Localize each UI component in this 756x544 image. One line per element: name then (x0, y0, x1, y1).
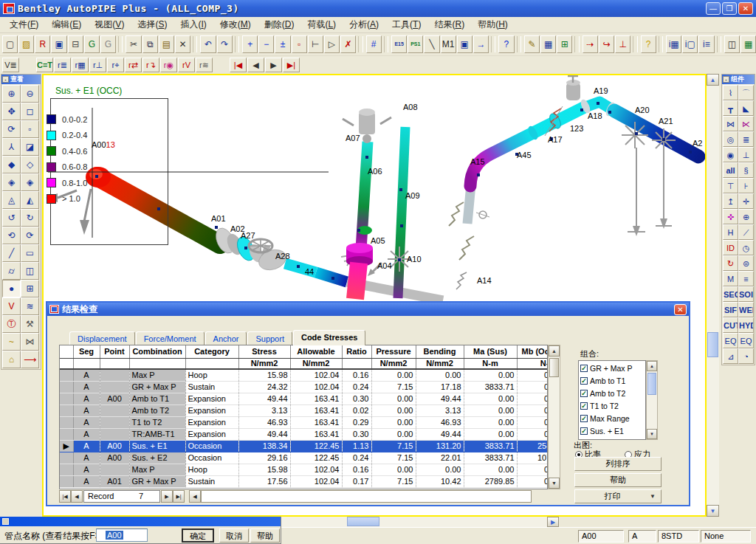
restore-button[interactable]: ❐ (722, 2, 737, 15)
result-stress-icon[interactable]: r◉ (160, 58, 177, 72)
axes-view-icon[interactable]: ⅄ (2, 138, 21, 156)
hydro-test-icon[interactable]: HYD (738, 317, 754, 333)
nav-first-icon[interactable]: |◀ (230, 58, 247, 72)
tie-link-icon[interactable]: ⊦ (738, 178, 754, 193)
table-vertical-scrollbar[interactable]: ▲ ▼ (548, 345, 560, 489)
zoom-in-icon[interactable]: ⊕ (2, 85, 21, 103)
spring-hanger-icon[interactable]: § (738, 162, 754, 178)
table-row[interactable]: ATR:AMB-T1Expansion49.44163.410.300.0049… (60, 428, 548, 440)
id-tag-icon[interactable]: ID (723, 240, 738, 255)
zoom-dynamic-icon[interactable]: ⟳ (2, 120, 21, 138)
hammer-tool-icon[interactable]: ⚒ (21, 315, 39, 333)
menu-i[interactable]: 插入(I) (173, 17, 213, 32)
column-header-mb-oc[interactable]: Mb (Oc (517, 345, 548, 358)
valve-view-icon[interactable]: ⋈ (21, 333, 39, 351)
table-row[interactable]: AA00Amb to T1Expansion49.44163.410.300.0… (60, 393, 548, 404)
combination-item[interactable]: ✓Sus. + E1 (580, 424, 644, 437)
row-selector-cell[interactable] (60, 416, 73, 428)
record-prev-button[interactable]: ◀ (71, 490, 83, 503)
menu-v[interactable]: 视图(V) (88, 17, 131, 32)
reducer-icon[interactable]: ◣ (738, 100, 754, 116)
table-scroll-down-icon[interactable]: ▼ (549, 478, 560, 489)
record-last-button[interactable]: ▶| (173, 490, 185, 503)
print-report-g-icon[interactable]: G (84, 35, 100, 53)
cylinder-mode-icon[interactable]: ⌭ (2, 262, 21, 280)
rotate-x-icon[interactable]: ↺ (2, 209, 21, 227)
menu-r[interactable]: 结果(R) (427, 17, 471, 32)
nozzle-icon[interactable]: ◉ (723, 147, 738, 162)
open-file-icon[interactable]: ▨ (18, 35, 34, 53)
tab-anchor[interactable]: Anchor (205, 331, 247, 345)
damper-icon[interactable]: ⟋ (738, 224, 754, 240)
row-selector-cell[interactable]: ▶ (60, 440, 73, 452)
model-options-icon[interactable]: ⊞ (557, 35, 572, 53)
paste-icon[interactable]: ▤ (159, 35, 174, 53)
vertical-scroll-thumb[interactable] (707, 332, 718, 357)
vertical-stop-icon[interactable]: ↥ (723, 193, 738, 209)
select-plusminus-icon[interactable]: ± (275, 35, 290, 53)
menu-s[interactable]: 选择(S) (131, 17, 173, 32)
measure-tool-icon[interactable]: ⟶ (21, 351, 39, 368)
redo-icon[interactable]: ↷ (217, 35, 233, 53)
batch-run-icon[interactable]: ◫ (724, 35, 740, 53)
column-header-point[interactable]: Point (100, 345, 129, 358)
dialog-close-icon[interactable]: ✕ (674, 304, 687, 315)
pipe-shoe-icon[interactable]: ⊿ (723, 348, 738, 364)
menu-a[interactable]: 分析(A) (343, 17, 385, 32)
tab-support[interactable]: Support (247, 331, 292, 345)
panel-minimize-icon[interactable]: - (2, 76, 9, 83)
frame-support-icon[interactable]: H (723, 224, 738, 240)
menu-e[interactable]: 编辑(E) (45, 17, 88, 32)
menu-d[interactable]: 删除(D) (258, 17, 301, 32)
column-header-ratio[interactable]: Ratio (342, 345, 371, 358)
table-horizontal-scrollbar[interactable] (201, 490, 532, 503)
report-list-icon[interactable]: i≡ (698, 35, 714, 53)
table-row[interactable]: AA00Sus. + E2Occasion29.16122.450.247.15… (60, 452, 548, 464)
table-row[interactable]: AGR + Max PSustain24.32102.040.247.1517.… (60, 381, 548, 393)
valve-icon[interactable]: ⋈ (723, 116, 738, 131)
help-icon[interactable]: ? (641, 35, 656, 53)
dropdown-arrow-icon[interactable]: ▼ (650, 490, 656, 503)
offset-pipe-icon[interactable]: ⊜ (738, 255, 754, 271)
bottom-view-1-icon[interactable]: ◬ (2, 191, 21, 209)
scroll-down-icon[interactable]: ▼ (707, 505, 719, 517)
select-point-icon[interactable]: ▷ (324, 35, 340, 53)
table-row[interactable]: AMax PHoop15.98102.040.160.000.000.000.0… (60, 464, 548, 475)
checkbox-icon[interactable]: ✓ (580, 390, 588, 397)
prompt-cancel-button[interactable]: 取消 (219, 528, 249, 543)
bottom-view-2-icon[interactable]: ◭ (21, 191, 39, 209)
row-selector-cell[interactable] (60, 369, 73, 381)
flange-icon[interactable]: ◎ (723, 131, 738, 147)
weight-load-icon[interactable]: ≡ (738, 271, 754, 286)
menu-f[interactable]: 文件(F) (3, 17, 45, 32)
combination-item[interactable]: ✓GR + Max P (580, 362, 644, 374)
save-icon[interactable]: ▣ (51, 35, 66, 53)
tee-point-icon[interactable]: ⊥ (615, 35, 630, 53)
support-all-icon[interactable]: all (723, 162, 738, 178)
combinations-scrollbar[interactable]: ▲ ▼ (646, 360, 658, 440)
temperature-view-icon[interactable]: Ⓣ (2, 315, 21, 333)
result-code-icon[interactable]: rV (178, 58, 195, 72)
select-window-icon[interactable]: ▫ (292, 35, 307, 53)
combination-item[interactable]: ✓Max Range (580, 412, 644, 424)
table-row[interactable]: AT1 to T2Expansion46.93163.410.290.0046.… (60, 416, 548, 428)
open-results-icon[interactable]: R (35, 35, 50, 53)
prompt-minimize-icon[interactable] (2, 518, 9, 525)
panel-minimize-icon[interactable]: - (723, 76, 729, 83)
goto-e15-icon[interactable]: E15 (391, 35, 407, 53)
row-selector-cell[interactable] (60, 404, 73, 416)
row-selector-cell[interactable] (60, 381, 73, 393)
flexible-joint-icon[interactable]: ~ (2, 333, 21, 351)
minimize-button[interactable]: — (706, 2, 721, 15)
result-combinations-icon[interactable]: C=T1 (36, 58, 53, 72)
checkbox-icon[interactable]: ✓ (580, 402, 588, 410)
row-selector-cell[interactable] (60, 475, 73, 487)
rotate-z-icon[interactable]: ⟲ (2, 227, 21, 244)
undo-icon[interactable]: ↶ (200, 35, 216, 53)
render-waves-icon[interactable]: ≋ (21, 297, 39, 315)
continue-run-icon[interactable]: → (473, 35, 489, 53)
point-name-input[interactable]: A00 (96, 528, 148, 542)
horizontal-scroll-thumb[interactable] (347, 517, 379, 526)
menu-h[interactable]: 帮助(H) (471, 17, 515, 32)
column-header-allowable[interactable]: Allowable (290, 345, 342, 358)
